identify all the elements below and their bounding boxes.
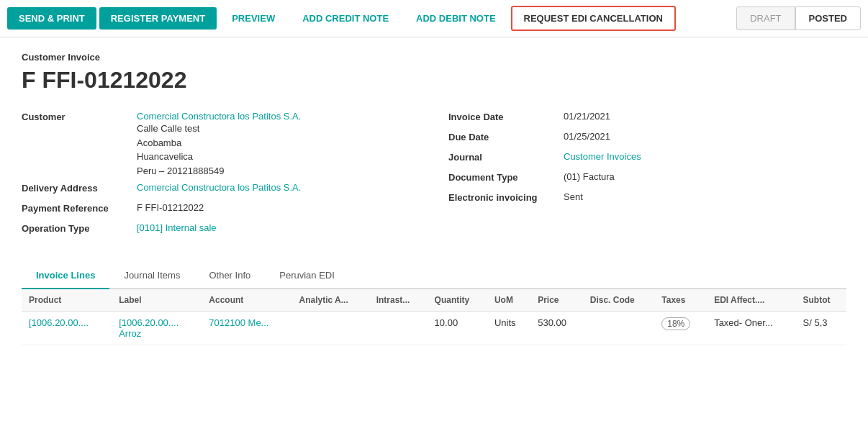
cell-product[interactable]: [1006.20.00.... [22, 312, 112, 345]
status-area: DRAFT POSTED [736, 6, 861, 30]
invoice-date-label: Invoice Date [448, 111, 564, 122]
operation-type-value[interactable]: [0101] Internal sale [137, 222, 217, 233]
col-disc-code: Disc. Code [583, 289, 655, 312]
info-left: Customer Comercial Constructora los Pati… [22, 111, 420, 242]
tabs-bar: Invoice Lines Journal Items Other Info P… [22, 263, 846, 289]
due-date-label: Due Date [448, 131, 564, 142]
col-price: Price [530, 289, 583, 312]
tab-other-info[interactable]: Other Info [194, 263, 265, 289]
journal-row: Journal Customer Invoices [448, 151, 846, 167]
tab-invoice-lines[interactable]: Invoice Lines [22, 263, 109, 289]
cell-account[interactable]: 7012100 Me... [202, 312, 291, 345]
customer-block: Comercial Constructora los Patitos S.A. … [137, 111, 301, 178]
cell-label-sub: Arroz [119, 328, 141, 339]
journal-label: Journal [448, 151, 564, 163]
doc-type-field-value: (01) Factura [564, 171, 615, 182]
doc-type-field-label: Document Type [448, 171, 564, 183]
cell-uom: Units [487, 312, 530, 345]
tab-journal-items[interactable]: Journal Items [109, 263, 194, 289]
journal-value[interactable]: Customer Invoices [564, 151, 641, 162]
cell-subtot: S/ 5,3 [796, 312, 846, 345]
table-row: [1006.20.00.... [1006.20.00....Arroz 701… [22, 312, 846, 345]
customer-addr3: Huancavelica [137, 150, 301, 164]
table-header: Product Label Account Analytic A... Intr… [22, 289, 846, 312]
request-edi-cancellation-button[interactable]: REQUEST EDI CANCELLATION [511, 6, 676, 31]
payment-ref-row: Payment Reference F FFI-01212022 [22, 202, 420, 218]
col-edi-affect: EDI Affect.... [707, 289, 795, 312]
customer-label: Customer [22, 111, 137, 122]
table-header-row: Product Label Account Analytic A... Intr… [22, 289, 846, 312]
delivery-label: Delivery Address [22, 182, 137, 194]
delivery-row: Delivery Address Comercial Constructora … [22, 182, 420, 198]
delivery-value[interactable]: Comercial Constructora los Patitos S.A. [137, 182, 301, 193]
due-date-value: 01/25/2021 [564, 131, 610, 142]
customer-addr2: Acobamba [137, 136, 301, 150]
invoice-date-value: 01/21/2021 [564, 111, 610, 122]
col-label: Label [112, 289, 202, 312]
customer-addr4: Peru – 20121888549 [137, 164, 301, 178]
cell-intrast [369, 312, 428, 345]
add-credit-note-button[interactable]: ADD CREDIT NOTE [290, 6, 401, 30]
operation-type-label: Operation Type [22, 222, 137, 234]
customer-addr1: Calle Calle test [137, 122, 301, 136]
doc-type-label: Customer Invoice [22, 52, 846, 63]
invoice-lines-table-container: Product Label Account Analytic A... Intr… [22, 289, 846, 345]
cell-analytic [292, 312, 369, 345]
add-debit-note-button[interactable]: ADD DEBIT NOTE [404, 6, 508, 30]
cell-taxes: 18% [654, 312, 707, 345]
col-analytic: Analytic A... [292, 289, 369, 312]
invoice-lines-table: Product Label Account Analytic A... Intr… [22, 289, 846, 345]
cell-label[interactable]: [1006.20.00....Arroz [112, 312, 202, 345]
due-date-row: Due Date 01/25/2021 [448, 131, 846, 147]
payment-ref-label: Payment Reference [22, 202, 137, 214]
col-subtot: Subtot [796, 289, 846, 312]
payment-ref-value: F FFI-01212022 [137, 202, 204, 213]
register-payment-button[interactable]: REGISTER PAYMENT [99, 7, 217, 30]
tax-badge: 18% [661, 317, 690, 330]
send-print-button[interactable]: SEND & PRINT [7, 7, 96, 30]
doc-title: F FFI-01212022 [22, 67, 846, 94]
operation-type-row: Operation Type [0101] Internal sale [22, 222, 420, 238]
info-right: Invoice Date 01/21/2021 Due Date 01/25/2… [448, 111, 846, 242]
status-draft-button[interactable]: DRAFT [736, 6, 795, 30]
col-account: Account [202, 289, 291, 312]
col-quantity: Quantity [428, 289, 487, 312]
toolbar: SEND & PRINT REGISTER PAYMENT PREVIEW AD… [0, 0, 868, 37]
einvoicing-value: Sent [564, 191, 583, 202]
cell-edi-affect: Taxed- Oner... [707, 312, 795, 345]
doc-type-row: Document Type (01) Factura [448, 171, 846, 187]
tab-peruvian-edi[interactable]: Peruvian EDI [265, 263, 349, 289]
col-product: Product [22, 289, 112, 312]
table-body: [1006.20.00.... [1006.20.00....Arroz 701… [22, 312, 846, 345]
col-uom: UoM [487, 289, 530, 312]
col-intrast: Intrast... [369, 289, 428, 312]
main-content: Customer Invoice F FFI-01212022 Customer… [0, 37, 868, 431]
customer-name[interactable]: Comercial Constructora los Patitos S.A. [137, 111, 301, 122]
preview-button[interactable]: PREVIEW [220, 6, 287, 30]
einvoicing-row: Electronic invoicing Sent [448, 191, 846, 207]
cell-quantity: 10.00 [428, 312, 487, 345]
cell-disc-code [583, 312, 655, 345]
info-grid: Customer Comercial Constructora los Pati… [22, 111, 846, 242]
invoice-date-row: Invoice Date 01/21/2021 [448, 111, 846, 127]
einvoicing-label: Electronic invoicing [448, 191, 564, 203]
status-posted-button[interactable]: POSTED [795, 6, 861, 30]
cell-price: 530.00 [530, 312, 583, 345]
col-taxes: Taxes [654, 289, 707, 312]
customer-row: Customer Comercial Constructora los Pati… [22, 111, 420, 178]
